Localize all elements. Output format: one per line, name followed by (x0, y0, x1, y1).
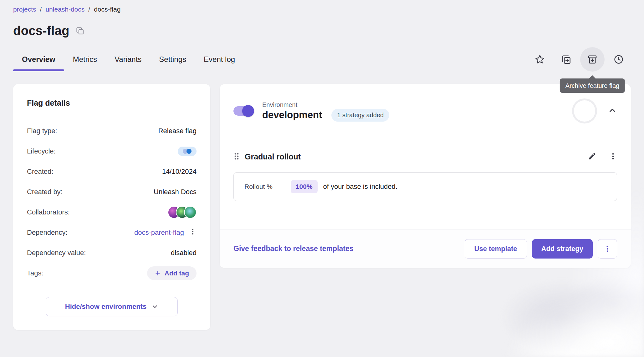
rollout-label: Rollout % (244, 183, 273, 190)
edit-strategy-icon[interactable] (588, 152, 596, 162)
environment-menu-button[interactable] (598, 239, 617, 259)
tab-metrics[interactable]: Metrics (64, 48, 106, 71)
feature-flag-page: projects / unleash-docs / docs-flag docs… (0, 0, 644, 330)
hide-show-environments-button[interactable]: Hide/show environments (46, 297, 178, 316)
flag-type-value: Release flag (158, 127, 197, 135)
dependency-link[interactable]: docs-parent-flag (134, 229, 184, 237)
breadcrumb-projects[interactable]: projects (13, 6, 36, 13)
collaborator-avatars (168, 206, 197, 219)
detail-row-tags: Tags: Add tag (27, 263, 197, 283)
main-content: Flag details Flag type: Release flag Lif… (0, 72, 644, 330)
use-template-button[interactable]: Use template (465, 239, 527, 259)
tags-label: Tags: (27, 269, 43, 277)
strategy-menu-icon[interactable] (609, 152, 617, 162)
collapse-environment-icon[interactable] (608, 106, 617, 116)
tab-variants[interactable]: Variants (106, 48, 150, 71)
environment-toggle[interactable] (233, 106, 253, 116)
plus-icon (155, 270, 161, 276)
tab-event-log[interactable]: Event log (195, 48, 244, 71)
strategy-title: Gradual rollout (245, 152, 301, 161)
lifecycle-label: Lifecycle: (27, 147, 56, 155)
detail-row-flag-type: Flag type: Release flag (27, 121, 197, 141)
created-by-label: Created by: (27, 188, 63, 196)
created-value: 14/10/2024 (162, 168, 197, 176)
flag-type-label: Flag type: (27, 127, 57, 135)
flag-details-card: Flag details Flag type: Release flag Lif… (13, 84, 210, 330)
detail-row-dependency-value: Dependency value: disabled (27, 243, 197, 263)
tab-overview[interactable]: Overview (13, 48, 64, 71)
flag-details-title: Flag details (27, 98, 197, 108)
environment-label: Environment (262, 101, 322, 108)
title-row: docs-flag (0, 13, 644, 38)
dependency-menu-icon[interactable] (189, 228, 197, 237)
page-title: docs-flag (13, 24, 69, 38)
add-strategy-button[interactable]: Add strategy (532, 239, 593, 259)
lifecycle-dot-active (187, 149, 192, 154)
created-by-value: Unleash Docs (154, 188, 197, 196)
strategy-header: Gradual rollout (233, 152, 617, 162)
collaborators-label: Collaborators: (27, 208, 70, 216)
release-templates-feedback-link[interactable]: Give feedback to release templates (233, 244, 354, 253)
copy-flag-icon[interactable] (554, 47, 578, 72)
lifecycle-stage-icon[interactable] (178, 147, 197, 156)
archive-flag-icon[interactable]: Archive feature flag (580, 47, 605, 72)
breadcrumb-current: docs-flag (94, 6, 120, 13)
tab-settings[interactable]: Settings (150, 48, 195, 71)
copy-name-icon[interactable] (76, 27, 84, 35)
event-history-icon[interactable] (606, 47, 631, 72)
toggle-knob (242, 105, 254, 117)
flag-toolbar: Archive feature flag (528, 47, 631, 72)
hide-show-label: Hide/show environments (65, 303, 146, 311)
avatar (184, 206, 197, 219)
environment-name: development (262, 109, 322, 121)
environment-card: Environment development 1 strategy added (220, 84, 631, 268)
dependency-value-label: Dependency value: (27, 249, 86, 257)
rollout-summary-box: Rollout % 100% of your base is included. (233, 172, 617, 201)
breadcrumb-separator: / (88, 6, 90, 13)
metrics-progress-ring (572, 98, 597, 123)
strategy-count-badge: 1 strategy added (331, 109, 389, 122)
breadcrumb-separator: / (40, 6, 42, 13)
dependency-label: Dependency: (27, 229, 68, 237)
tabs-row: Overview Metrics Variants Settings Event… (0, 47, 644, 72)
rollout-description: of your base is included. (323, 183, 397, 191)
tab-bar: Overview Metrics Variants Settings Event… (13, 48, 244, 71)
rollout-percentage-badge: 100% (291, 180, 318, 193)
breadcrumb-project[interactable]: unleash-docs (45, 6, 84, 13)
dependency-value-value: disabled (171, 249, 197, 257)
add-tag-button[interactable]: Add tag (147, 266, 197, 280)
detail-row-created-by: Created by: Unleash Docs (27, 182, 197, 202)
add-tag-label: Add tag (165, 269, 189, 277)
archive-tooltip: Archive feature flag (560, 78, 625, 93)
chevron-down-icon (151, 303, 158, 310)
created-label: Created: (27, 168, 53, 176)
strategy-section: Gradual rollout (220, 138, 631, 201)
environment-footer: Give feedback to release templates Use t… (220, 229, 631, 268)
favorite-star-icon[interactable] (528, 47, 552, 72)
drag-handle-icon[interactable] (233, 152, 240, 162)
detail-row-collaborators: Collaborators: (27, 202, 197, 222)
breadcrumb: projects / unleash-docs / docs-flag (0, 0, 644, 13)
detail-row-lifecycle: Lifecycle: (27, 141, 197, 161)
detail-row-created: Created: 14/10/2024 (27, 161, 197, 182)
detail-row-dependency: Dependency: docs-parent-flag (27, 222, 197, 243)
kebab-menu-icon (603, 245, 611, 253)
